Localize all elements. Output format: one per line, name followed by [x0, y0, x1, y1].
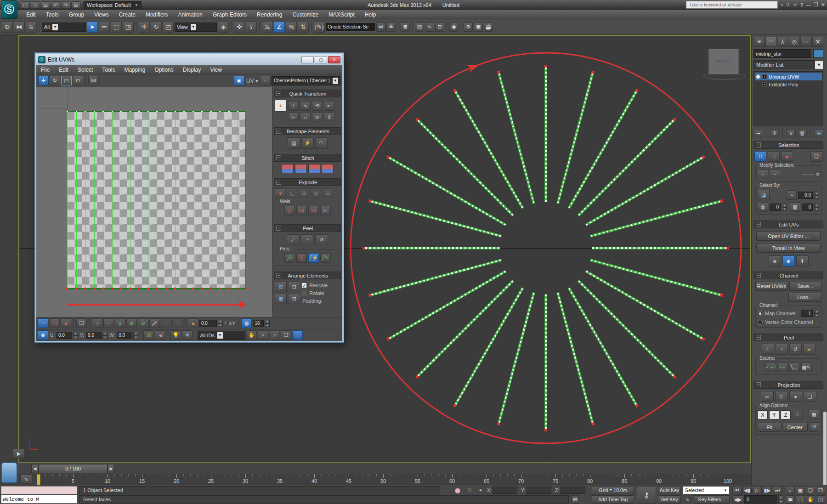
tab-utilities[interactable]: ⚒: [812, 37, 824, 47]
key-filters-button[interactable]: Key Filters...: [694, 495, 730, 504]
weld-selected-icon[interactable]: ⋈: [296, 206, 307, 215]
vertex-mode-icon[interactable]: ∷: [754, 151, 766, 162]
add-time-tag-button[interactable]: Add Time Tag: [592, 495, 634, 504]
smoothing-group-field[interactable]: 0: [770, 204, 781, 211]
object-color-swatch[interactable]: [813, 49, 823, 58]
panel-scrollbar[interactable]: [823, 412, 827, 485]
mini-curve-editor-icon[interactable]: ∿: [20, 475, 32, 484]
tweak-in-view-button[interactable]: Tweak In View: [756, 243, 821, 253]
filter-selected-faces-icon[interactable]: ◄: [155, 330, 165, 340]
zoom-region-icon[interactable]: ⌕: [269, 330, 280, 340]
search-communities-icon[interactable]: ⌕: [781, 2, 783, 8]
rectangular-selection-region-icon[interactable]: ⬚: [111, 22, 122, 33]
uvw-menu-item-options[interactable]: Options: [150, 67, 178, 73]
menu-item-customize[interactable]: Customize: [287, 11, 323, 18]
window-crossing-icon[interactable]: ◳: [123, 22, 134, 33]
frame-spinner[interactable]: ▲▼: [778, 495, 783, 504]
center-button[interactable]: Center: [782, 423, 808, 432]
next-frame-icon[interactable]: ▮▶: [763, 486, 772, 494]
transform-gizmo-icon[interactable]: ⌖: [476, 486, 485, 494]
absolute-typein-icon[interactable]: +: [275, 100, 287, 112]
edge-subobject-icon[interactable]: ◁: [49, 318, 60, 328]
space-horizontal-icon[interactable]: ⇤: [324, 101, 334, 111]
menu-item-tools[interactable]: Tools: [41, 11, 64, 18]
u-spinner[interactable]: ▲▼: [73, 332, 78, 339]
close-icon[interactable]: ✕: [821, 2, 825, 8]
maxscript-mini-listener-macro[interactable]: [1, 486, 77, 494]
open-uv-editor-button[interactable]: Open UV Editor ...: [756, 231, 821, 241]
w-value-field[interactable]: 0.0: [117, 332, 132, 339]
align-angle-icon[interactable]: ∿: [300, 101, 311, 111]
pan-icon[interactable]: ✋: [246, 330, 257, 340]
falloff-value-field[interactable]: 0.0: [199, 320, 217, 327]
vertex-color-radio[interactable]: [758, 320, 763, 325]
zoom-extents-icon[interactable]: ❏: [281, 330, 291, 340]
configure-modifier-sets-icon[interactable]: ⊞: [815, 129, 823, 137]
reference-coordinate-dropdown[interactable]: View ▼: [175, 23, 217, 32]
expand-tray-icon[interactable]: ▶: [13, 449, 25, 459]
point-to-point-seam-icon[interactable]: ⌁⌁: [777, 362, 788, 372]
curve-editor-icon[interactable]: ∿: [425, 23, 434, 32]
quick-peel-icon[interactable]: ☄: [762, 344, 774, 355]
uvw-menu-item-edit[interactable]: Edit: [54, 67, 73, 73]
cylindrical-map-icon[interactable]: ▯: [775, 391, 788, 402]
select-element-icon[interactable]: ❏: [76, 318, 87, 328]
edge-limit-spinner[interactable]: ▲▼: [265, 320, 270, 327]
schematic-view-icon[interactable]: ⊟: [435, 23, 444, 32]
uv-space-dropdown[interactable]: UV ▾: [245, 78, 259, 84]
menu-item-graph-editors[interactable]: Graph Editors: [208, 11, 252, 18]
menu-item-modifiers[interactable]: Modifiers: [141, 11, 173, 18]
restore-icon[interactable]: ❐: [814, 2, 818, 8]
exp-face-to-seam-icon[interactable]: ▦↖: [801, 362, 812, 372]
select-and-rotate-icon[interactable]: ↻: [151, 22, 162, 33]
key-mode-toggle-icon[interactable]: ◀▶: [732, 495, 743, 504]
stack-item-unwrap-uvw[interactable]: +Unwrap UVW: [755, 73, 822, 80]
select-by-xy-icon[interactable]: ◪: [758, 190, 770, 200]
tab-hierarchy[interactable]: ⅄: [777, 37, 788, 47]
unpin-icon[interactable]: ╳: [296, 253, 307, 263]
align-vertical-icon[interactable]: ⊢: [288, 113, 299, 122]
modifier-list-dropdown[interactable]: Modifier List ▼: [753, 60, 823, 69]
planar-angle-icon[interactable]: ◔: [786, 190, 797, 200]
reset-peel-icon[interactable]: ↺: [315, 234, 328, 245]
help-icon[interactable]: ?: [800, 2, 803, 8]
flatten-by-material-icon[interactable]: ⊞: [299, 188, 309, 198]
matid-field[interactable]: 0: [802, 204, 813, 211]
current-frame-field[interactable]: 0: [744, 495, 777, 504]
zoom-icon[interactable]: ⌕: [786, 486, 795, 494]
unpin-tool-icon[interactable]: ╱↖: [320, 253, 331, 263]
menu-item-views[interactable]: Views: [89, 11, 114, 18]
peel-header[interactable]: −Peel: [274, 224, 341, 232]
open-file-icon[interactable]: ▱: [31, 1, 40, 9]
selection-lock-icon[interactable]: ⚿: [465, 486, 474, 494]
pin-icon[interactable]: ╱•: [284, 253, 295, 263]
shaded-seams-icon[interactable]: ◈: [782, 255, 795, 266]
freeze-icon[interactable]: ❄: [182, 330, 193, 340]
snap-toggle-icon[interactable]: ∩: [292, 330, 303, 340]
material-editor-icon[interactable]: ◉: [449, 23, 459, 32]
project-folder-icon[interactable]: ⊞: [71, 1, 80, 9]
y-coordinate-field[interactable]: [527, 487, 551, 494]
selection-header[interactable]: −Selection: [753, 141, 823, 149]
edit-uvws-title-bar[interactable]: Ⓢ Edit UVWs — ▢ ✕: [36, 54, 342, 65]
stitch-to-source-icon[interactable]: [308, 164, 320, 173]
snaps-toggle-icon[interactable]: 3ᵤ: [262, 22, 273, 33]
soft-selection-limit-icon[interactable]: ◍: [241, 318, 252, 328]
percent-snap-toggle-icon[interactable]: %: [286, 22, 297, 33]
close-icon[interactable]: ✕: [328, 56, 340, 63]
zoom-icon[interactable]: ⌕: [258, 330, 268, 340]
rescale-checkbox[interactable]: ✓: [301, 283, 307, 288]
spinner-snap-toggle-icon[interactable]: ⇅: [298, 22, 309, 33]
edge-limit-field[interactable]: 16: [253, 320, 264, 327]
uv-faces-display-icon[interactable]: ◈: [769, 255, 781, 266]
relax-icon[interactable]: ⚡: [301, 137, 314, 149]
uvw-menu-item-mapping[interactable]: Mapping: [119, 67, 150, 73]
show-end-result-icon[interactable]: ⚱: [770, 129, 779, 137]
flatten-by-smoothing-icon[interactable]: ▼: [275, 188, 285, 198]
falloff-spinner[interactable]: ▲▼: [218, 320, 223, 327]
stitch-custom-icon[interactable]: [282, 164, 294, 173]
paint-select-grow-icon[interactable]: ◌: [161, 318, 171, 328]
uvw-menu-item-file[interactable]: File: [36, 67, 54, 73]
search-input[interactable]: Type a keyword or phrase: [686, 1, 778, 9]
default-in-out-tangents-icon[interactable]: ∿: [683, 495, 692, 504]
